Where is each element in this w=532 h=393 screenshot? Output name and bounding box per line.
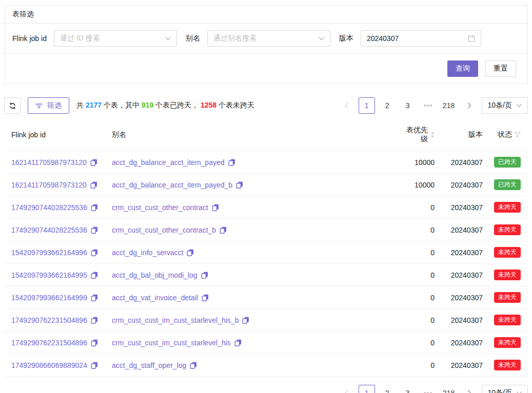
flink-job-id-link[interactable]: 1621411705987973120 (11, 158, 87, 167)
page-size-label: 10条/页 (488, 101, 512, 110)
flink-job-id-link[interactable]: 1749290744028225536 (11, 203, 87, 212)
prev-page-button[interactable] (338, 385, 354, 393)
status-badge: 未跨天 (494, 315, 521, 325)
status-badge: 未跨天 (494, 202, 521, 213)
version-date-input[interactable]: 20240307 (361, 30, 481, 47)
alias-link[interactable]: crm_cust_cust_other_contract (112, 203, 208, 212)
pagination-bottom: 1 2 3 ••• 218 10条/页 (338, 385, 528, 393)
copy-icon[interactable] (91, 362, 98, 369)
column-header-version: 版本 (442, 119, 487, 151)
summary-text: 个表已跨天， (153, 101, 201, 109)
copy-icon[interactable] (91, 339, 98, 346)
column-header-status-label: 状态 (498, 130, 512, 139)
alias-placeholder: 通过别名搜索 (213, 34, 257, 43)
flink-job-id-link[interactable]: 1749290762231504896 (11, 316, 87, 324)
alias-link[interactable]: acct_dg_balance_acct_item_payed_b (112, 181, 232, 189)
copy-icon[interactable] (91, 249, 98, 256)
page-button-218[interactable]: 218 (441, 97, 457, 114)
page-button-218[interactable]: 218 (441, 385, 457, 393)
version-cell: 20240307 (442, 354, 487, 377)
copy-icon[interactable] (91, 204, 98, 211)
copy-icon[interactable] (202, 294, 209, 301)
table-row: 1749290762231504896 crm_cust_cust_im_cus… (4, 309, 528, 332)
copy-icon[interactable] (212, 204, 219, 211)
page-button-3[interactable]: 3 (400, 385, 416, 393)
page-ellipsis[interactable]: ••• (420, 101, 437, 110)
copy-icon[interactable] (242, 317, 249, 324)
table-row: 1542097993662164999 acct_dg_vat_invoice_… (4, 286, 528, 309)
priority-cell: 0 (402, 219, 442, 241)
page-size-label: 10条/页 (488, 388, 512, 393)
flink-job-id-link[interactable]: 1542097993662164999 (11, 294, 87, 302)
copy-icon[interactable] (236, 181, 243, 189)
page-size-select[interactable]: 10条/页 (482, 385, 528, 393)
table-summary: 共 2177 个表，其中 919 个表已跨天， 1258 个表未跨天 (76, 101, 254, 110)
copy-icon[interactable] (90, 181, 97, 189)
version-date-value: 20240307 (367, 34, 399, 43)
table-row: 1749290744028225536 crm_cust_cust_other_… (4, 196, 528, 219)
copy-icon[interactable] (220, 226, 227, 234)
refresh-button[interactable] (4, 97, 21, 114)
priority-cell: 0 (402, 264, 442, 286)
copy-icon[interactable] (201, 272, 208, 279)
version-cell: 20240307 (442, 264, 487, 286)
copy-icon[interactable] (234, 339, 242, 346)
chevron-down-icon (165, 37, 171, 40)
copy-icon[interactable] (228, 159, 235, 166)
column-header-flink-job-id: Flink job id (4, 119, 105, 151)
table-header-row: Flink job id 别名 表优先级 版本 状态 (4, 119, 528, 151)
flink-job-id-link[interactable]: 1749290762231504896 (11, 339, 87, 347)
page-button-1[interactable]: 1 (359, 97, 375, 114)
alias-select[interactable]: 通过别名搜索 (207, 30, 330, 47)
query-button[interactable]: 查询 (447, 60, 478, 77)
page-button-3[interactable]: 3 (400, 97, 416, 114)
toolbar-left: 筛选 共 2177 个表，其中 919 个表已跨天， 1258 个表未跨天 (4, 97, 254, 114)
copy-icon[interactable] (91, 317, 98, 324)
table-row: 1749290762231504896 crm_cust_cust_im_cus… (4, 332, 528, 354)
alias-link[interactable]: acct_dg_bal_obj_modi_log (112, 271, 198, 279)
funnel-filter-icon[interactable] (515, 132, 521, 138)
page-button-1[interactable]: 1 (359, 385, 375, 393)
priority-cell: 0 (402, 354, 442, 377)
flink-job-id-link[interactable]: 1749290866069889024 (11, 361, 87, 369)
copy-icon[interactable] (190, 362, 197, 369)
alias-link[interactable]: acct_dg_vat_invoice_detail (112, 294, 198, 302)
flink-job-id-link[interactable]: 1542097993662164995 (11, 271, 87, 279)
sorter-icon[interactable] (430, 132, 435, 138)
column-header-priority[interactable]: 表优先级 (402, 119, 442, 151)
copy-icon[interactable] (91, 272, 98, 279)
alias-link[interactable]: crm_cust_cust_im_cust_starlevel_his (112, 339, 231, 347)
alias-link[interactable]: acct_dg_info_servacct (112, 249, 183, 257)
version-label: 版本 (339, 34, 353, 43)
flink-job-id-select[interactable]: 通过 ID 搜索 (54, 30, 177, 47)
page-button-2[interactable]: 2 (379, 385, 396, 393)
alias-link[interactable]: crm_cust_cust_other_contract_b (112, 226, 216, 234)
reset-button[interactable]: 重置 (485, 60, 516, 77)
flink-job-id-label: Flink job id (12, 34, 47, 43)
copy-icon[interactable] (91, 226, 98, 234)
page-ellipsis[interactable]: ••• (420, 389, 437, 393)
copy-icon[interactable] (91, 294, 98, 301)
alias-link[interactable]: acct_dg_staff_oper_log (112, 361, 186, 369)
filter-button[interactable]: 筛选 (28, 97, 69, 114)
page-button-2[interactable]: 2 (379, 97, 396, 114)
page-size-select[interactable]: 10条/页 (482, 97, 528, 114)
flink-job-id-link[interactable]: 1749290744028225536 (11, 226, 87, 234)
flink-job-id-link[interactable]: 1542097993662164996 (11, 249, 87, 257)
copy-icon[interactable] (90, 159, 97, 166)
pagination-top: 1 2 3 ••• 218 10条/页 (338, 97, 528, 114)
next-page-button[interactable] (461, 97, 478, 114)
column-header-status: 状态 (487, 119, 528, 151)
alias-label: 别名 (186, 34, 200, 43)
status-badge: 已跨天 (494, 179, 521, 190)
prev-page-button[interactable] (338, 97, 354, 114)
alias-link[interactable]: crm_cust_cust_im_cust_starlevel_his_b (112, 316, 239, 324)
status-badge: 未跨天 (494, 360, 521, 370)
next-page-button[interactable] (461, 385, 478, 393)
status-badge: 未跨天 (494, 224, 521, 235)
table-row: 1542097993662164996 acct_dg_info_servacc… (4, 241, 528, 264)
alias-link[interactable]: acct_dg_balance_acct_item_payed (112, 158, 225, 167)
flink-job-id-link[interactable]: 1621411705987973120 (11, 181, 87, 189)
copy-icon[interactable] (187, 249, 194, 256)
filter-lines-icon (35, 102, 43, 109)
